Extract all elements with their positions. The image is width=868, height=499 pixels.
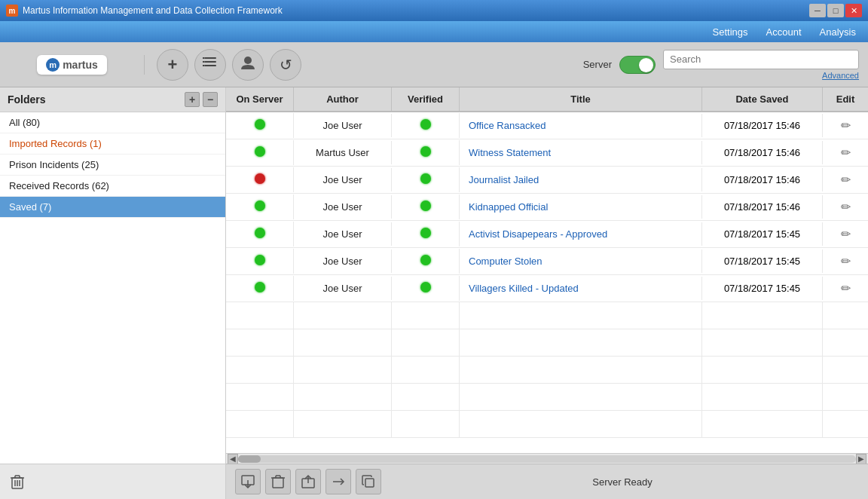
add-folder-button[interactable]: + bbox=[185, 92, 200, 107]
profile-icon bbox=[240, 54, 256, 75]
list-button[interactable] bbox=[194, 49, 226, 81]
cell-date: 07/18/2017 15:45 bbox=[702, 222, 823, 246]
red-dot bbox=[255, 173, 265, 184]
export-button[interactable] bbox=[295, 469, 321, 494]
search-area: Advanced bbox=[663, 50, 859, 80]
edit-icon: ✏ bbox=[841, 201, 851, 213]
advanced-link[interactable]: Advanced bbox=[822, 71, 859, 80]
green-dot bbox=[420, 201, 431, 211]
trash-button[interactable] bbox=[6, 470, 29, 493]
green-dot bbox=[420, 173, 431, 184]
cell-date: 07/18/2017 15:45 bbox=[702, 250, 823, 273]
folder-item-saved[interactable]: Saved (7) bbox=[0, 197, 225, 218]
cell-date: 07/18/2017 15:46 bbox=[702, 195, 823, 219]
window-title: Martus Information Management and Data C… bbox=[23, 5, 809, 16]
remove-folder-button[interactable]: − bbox=[203, 92, 218, 107]
cell-title[interactable]: Kidnapped Official bbox=[460, 195, 702, 219]
bottom-toolbar: Server Ready bbox=[226, 464, 868, 499]
list-icon bbox=[203, 56, 218, 73]
cell-on-server bbox=[226, 276, 294, 301]
cell-verified bbox=[392, 194, 460, 219]
close-button[interactable]: ✕ bbox=[845, 4, 862, 17]
cell-date: 07/18/2017 15:46 bbox=[702, 168, 823, 191]
content-area: Folders + − All (80) Imported Records (1… bbox=[0, 87, 868, 499]
folder-item-prison[interactable]: Prison Incidents (25) bbox=[0, 155, 225, 176]
minimize-button[interactable]: ─ bbox=[809, 4, 826, 17]
col-header-title: Title bbox=[460, 87, 702, 111]
toggle-knob bbox=[639, 58, 653, 72]
scroll-right[interactable]: ▶ bbox=[856, 454, 866, 464]
green-dot bbox=[420, 228, 431, 238]
sidebar-bottom bbox=[0, 464, 225, 499]
app-container: m martus + bbox=[0, 42, 868, 499]
scrollbar-thumb[interactable] bbox=[238, 455, 261, 463]
empty-row bbox=[226, 329, 868, 357]
table-header: On Server Author Verified Title Date Sav… bbox=[226, 87, 868, 112]
folder-item-all[interactable]: All (80) bbox=[0, 112, 225, 133]
table-row: Joe User Office Ransacked 07/18/2017 15:… bbox=[226, 112, 868, 139]
server-toggle[interactable] bbox=[619, 56, 656, 74]
cell-verified bbox=[392, 113, 460, 138]
cell-edit[interactable]: ✏ bbox=[823, 275, 868, 302]
title-bar: m Martus Information Management and Data… bbox=[0, 0, 868, 21]
edit-icon: ✏ bbox=[841, 119, 851, 132]
svg-rect-5 bbox=[203, 65, 204, 66]
add-record-button[interactable]: + bbox=[157, 49, 188, 81]
horizontal-scrollbar[interactable]: ◀ ▶ bbox=[226, 453, 868, 464]
cell-author: Joe User bbox=[294, 195, 392, 219]
green-dot bbox=[420, 255, 431, 265]
cell-verified bbox=[392, 140, 460, 165]
cell-edit[interactable]: ✏ bbox=[823, 112, 868, 139]
cell-edit[interactable]: ✏ bbox=[823, 139, 868, 166]
cell-title[interactable]: Computer Stolen bbox=[460, 250, 702, 273]
delete-button[interactable] bbox=[265, 469, 291, 494]
move-button[interactable] bbox=[326, 469, 351, 494]
folder-list: All (80) Imported Records (1) Prison Inc… bbox=[0, 112, 225, 464]
cell-on-server bbox=[226, 113, 294, 138]
cell-title[interactable]: Journalist Jailed bbox=[460, 168, 702, 191]
cell-edit[interactable]: ✏ bbox=[823, 194, 868, 220]
server-area: Server Advanced bbox=[583, 50, 859, 80]
svg-rect-3 bbox=[203, 57, 204, 59]
menu-bar: Settings Account Analysis bbox=[0, 21, 868, 42]
cell-title[interactable]: Activist Disapepears - Approved bbox=[460, 222, 702, 246]
edit-icon: ✏ bbox=[841, 173, 851, 186]
edit-icon: ✏ bbox=[841, 146, 851, 159]
cell-on-server bbox=[226, 249, 294, 274]
copy-button[interactable] bbox=[356, 469, 381, 494]
scroll-left[interactable]: ◀ bbox=[228, 454, 238, 464]
search-input[interactable] bbox=[663, 50, 859, 69]
scrollbar-track[interactable] bbox=[238, 455, 856, 463]
maximize-button[interactable]: □ bbox=[827, 4, 844, 17]
menu-account[interactable]: Account bbox=[763, 25, 805, 39]
empty-row bbox=[226, 302, 868, 329]
sidebar: Folders + − All (80) Imported Records (1… bbox=[0, 87, 226, 499]
server-label: Server bbox=[583, 59, 612, 70]
cell-title[interactable]: Office Ransacked bbox=[460, 114, 702, 137]
refresh-button[interactable]: ↺ bbox=[270, 49, 301, 81]
cell-author: Joe User bbox=[294, 250, 392, 273]
cell-author: Joe User bbox=[294, 114, 392, 137]
sidebar-header: Folders + − bbox=[0, 87, 225, 112]
main-area: On Server Author Verified Title Date Sav… bbox=[226, 87, 868, 499]
cell-title[interactable]: Villagers Killed - Updated bbox=[460, 277, 702, 300]
move-icon bbox=[331, 474, 346, 489]
svg-rect-2 bbox=[204, 65, 216, 66]
folder-item-received[interactable]: Received Records (62) bbox=[0, 176, 225, 197]
cell-edit[interactable]: ✏ bbox=[823, 167, 868, 193]
edit-icon: ✏ bbox=[841, 255, 851, 268]
table-body: Joe User Office Ransacked 07/18/2017 15:… bbox=[226, 112, 868, 453]
menu-analysis[interactable]: Analysis bbox=[817, 25, 859, 39]
edit-icon: ✏ bbox=[841, 228, 851, 240]
menu-settings[interactable]: Settings bbox=[710, 25, 751, 39]
cell-author: Joe User bbox=[294, 168, 392, 191]
cell-on-server bbox=[226, 194, 294, 219]
folder-item-imported[interactable]: Imported Records (1) bbox=[0, 133, 225, 155]
green-dot bbox=[420, 119, 431, 130]
import-button[interactable] bbox=[235, 469, 261, 494]
empty-row bbox=[226, 357, 868, 384]
cell-edit[interactable]: ✏ bbox=[823, 248, 868, 274]
profile-button[interactable] bbox=[232, 49, 264, 81]
cell-title[interactable]: Witness Statement bbox=[460, 141, 702, 164]
cell-edit[interactable]: ✏ bbox=[823, 221, 868, 247]
